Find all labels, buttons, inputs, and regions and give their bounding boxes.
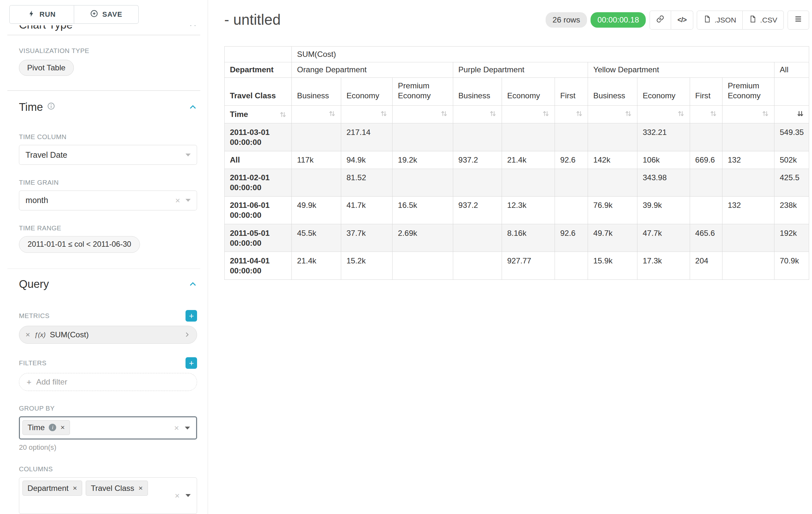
query-section-title: Query	[19, 277, 49, 291]
pivot-class-header: Economy	[341, 78, 393, 106]
pivot-sort-header[interactable]	[453, 106, 502, 124]
chevron-down-icon[interactable]	[185, 427, 190, 430]
time-range-pill[interactable]: 2011-01-01 ≤ col < 2011-06-30	[19, 236, 140, 253]
pivot-department-axis: Department	[224, 62, 291, 78]
group-by-label: GROUP BY	[19, 404, 197, 412]
chart-header: - untitled 26 rows 00:00:00.18 </> .JSON	[224, 9, 809, 30]
pivot-cell	[588, 124, 637, 151]
viz-type-pill[interactable]: Pivot Table	[19, 60, 74, 76]
chevron-up-icon[interactable]	[188, 280, 197, 289]
pivot-row-header: 2011-03-01 00:00:00	[224, 124, 291, 151]
pivot-cell	[722, 124, 775, 151]
sort-icon[interactable]	[543, 110, 549, 117]
pivot-travel-class-axis: Travel Class	[224, 78, 291, 106]
remove-tag-icon[interactable]: ×	[73, 484, 77, 492]
pivot-sort-header[interactable]	[292, 106, 341, 124]
sort-desc-icon[interactable]	[797, 110, 804, 117]
bolt-icon	[28, 10, 35, 19]
control-panel: RUN SAVE Chart Type VISUALIZATION TYPE P…	[0, 0, 208, 514]
metric-pill[interactable]: × ƒ(x) SUM(Cost)	[19, 326, 197, 344]
sort-icon[interactable]	[380, 110, 387, 117]
run-button[interactable]: RUN	[9, 5, 74, 23]
time-section-header[interactable]: Time	[19, 100, 197, 114]
time-column-value: Travel Date	[26, 150, 67, 160]
pivot-row-header: 2011-04-01 00:00:00	[224, 252, 291, 279]
link-icon	[656, 15, 664, 25]
pivot-cell: 8.16k	[502, 224, 555, 252]
chevron-down-icon[interactable]	[185, 494, 191, 497]
copy-link-button[interactable]	[649, 10, 671, 30]
sort-icon[interactable]	[280, 111, 286, 118]
clear-icon[interactable]: ×	[174, 424, 179, 432]
group-by-tag[interactable]: Time i ×	[23, 420, 70, 435]
pivot-corner-cell	[224, 47, 291, 62]
pivot-time-axis[interactable]: Time	[224, 106, 291, 124]
divider	[7, 269, 200, 269]
chevron-up-icon[interactable]	[188, 103, 197, 112]
export-csv-button[interactable]: .CSV	[743, 10, 784, 30]
export-json-button[interactable]: .JSON	[697, 10, 743, 30]
pivot-cell: 15.2k	[341, 252, 393, 279]
metric-label: SUM(Cost)	[50, 330, 89, 339]
remove-metric-icon[interactable]: ×	[26, 330, 30, 339]
query-section-header[interactable]: Query	[19, 277, 197, 291]
time-grain-label: TIME GRAIN	[19, 179, 197, 186]
time-section-title: Time	[19, 100, 43, 114]
divider	[7, 90, 200, 91]
sort-icon[interactable]	[489, 110, 496, 117]
file-icon	[703, 15, 711, 25]
time-grain-select[interactable]: month ×	[19, 190, 197, 210]
pivot-sort-header[interactable]	[637, 106, 690, 124]
time-grain-value: month	[26, 196, 48, 205]
sort-icon[interactable]	[762, 110, 769, 117]
add-filter-plus-button[interactable]: +	[185, 357, 197, 369]
pivot-class-header: Premium Economy	[393, 78, 453, 106]
menu-button[interactable]	[788, 10, 809, 30]
clear-icon[interactable]: ×	[175, 491, 179, 500]
sort-icon[interactable]	[677, 110, 684, 117]
hamburger-icon	[794, 15, 802, 25]
pivot-cell	[453, 124, 502, 151]
save-button[interactable]: SAVE	[74, 5, 139, 23]
chevron-down-icon[interactable]	[185, 154, 191, 157]
sort-icon[interactable]	[329, 110, 336, 117]
clear-icon[interactable]: ×	[175, 196, 180, 205]
embed-code-button[interactable]: </>	[671, 10, 693, 30]
time-column-select[interactable]: Travel Date	[19, 145, 197, 165]
pivot-cell	[555, 196, 588, 224]
pivot-cell	[690, 169, 722, 196]
run-button-label: RUN	[39, 10, 56, 19]
group-by-select[interactable]: Time i × ×	[19, 416, 197, 439]
pivot-sort-header[interactable]	[393, 106, 453, 124]
pivot-sort-header[interactable]	[775, 106, 809, 124]
pivot-class-header: Business	[588, 78, 637, 106]
pivot-cell: 465.6	[690, 224, 722, 252]
columns-tag[interactable]: Department ×	[23, 481, 82, 495]
time-range-label: TIME RANGE	[19, 224, 197, 232]
columns-select[interactable]: Department × Travel Class × ×	[19, 477, 197, 514]
remove-tag-icon[interactable]: ×	[60, 424, 64, 431]
chevron-right-icon[interactable]	[183, 331, 190, 338]
add-filter-button[interactable]: + Add filter	[19, 373, 197, 391]
pivot-class-header	[775, 78, 809, 106]
sort-icon[interactable]	[625, 110, 632, 117]
add-metric-button[interactable]: +	[185, 310, 197, 322]
remove-tag-icon[interactable]: ×	[138, 484, 143, 492]
control-panel-scroll[interactable]: Chart Type VISUALIZATION TYPE Pivot Tabl…	[0, 0, 208, 514]
sort-icon[interactable]	[576, 110, 582, 117]
pivot-sort-header[interactable]	[555, 106, 588, 124]
pivot-group-header: Orange Department	[292, 62, 453, 78]
columns-tag[interactable]: Travel Class ×	[86, 481, 148, 495]
pivot-metric-header: SUM(Cost)	[292, 47, 809, 62]
pivot-cell: 217.14	[341, 124, 393, 151]
pivot-sort-header[interactable]	[722, 106, 775, 124]
pivot-sort-header[interactable]	[588, 106, 637, 124]
sort-icon[interactable]	[441, 110, 447, 117]
pivot-sort-header[interactable]	[502, 106, 555, 124]
sort-icon[interactable]	[710, 110, 717, 117]
pivot-cell	[722, 224, 775, 252]
pivot-sort-header[interactable]	[341, 106, 393, 124]
pivot-sort-header[interactable]	[690, 106, 722, 124]
export-json-label: .JSON	[715, 16, 736, 24]
chevron-down-icon[interactable]	[185, 199, 191, 202]
